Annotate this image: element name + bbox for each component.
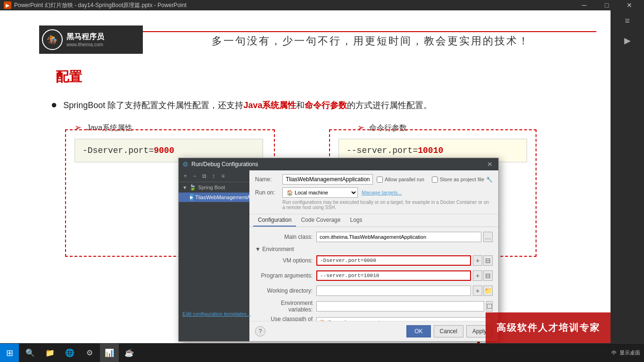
name-input[interactable] <box>282 174 373 185</box>
working-dir-input[interactable] <box>316 286 471 296</box>
sort-config-btn[interactable]: ≡ <box>219 172 227 180</box>
store-file-option: Store as project file 🔧 <box>432 177 493 183</box>
taskbar-ime-icon: 中 <box>611 349 617 356</box>
program-args-label: Program arguments: <box>255 272 316 279</box>
env-vars-label: Environment variables: <box>255 300 316 313</box>
classpath-row: Use classpath of module: 📦 tlias-web-man… <box>255 316 493 321</box>
main-class-btns: … <box>483 232 493 242</box>
environment-toggle[interactable]: ▼ Environment <box>255 246 493 253</box>
java-section-label: ➢ Java系统属性 <box>74 122 132 133</box>
name-label: Name: <box>255 176 279 183</box>
run-debug-dialog: ⚙ Run/Debug Configurations ✕ + − ⧉ ↕ ≡ ▼ <box>178 158 499 342</box>
manage-targets-link[interactable]: Manage targets... <box>362 190 402 195</box>
dialog-right-panel: Name: Allow parallel run Store as projec… <box>249 170 498 341</box>
vm-options-label: VM options: <box>255 257 316 264</box>
classpath-label: Use classpath of module: <box>255 316 316 321</box>
program-args-add-btn[interactable]: + <box>473 270 482 281</box>
parallel-run-option: Allow parallel run <box>377 177 424 183</box>
env-vars-row: Environment variables: ☐ <box>255 300 493 313</box>
taskbar-files[interactable]: 📁 <box>41 344 59 362</box>
working-dir-label: Working directory: <box>255 287 316 294</box>
cancel-button[interactable]: Cancel <box>434 325 463 337</box>
config-item-label: TliasWebManagementA <box>195 194 249 200</box>
vm-options-add-btn[interactable]: + <box>473 255 482 266</box>
taskbar-java[interactable]: ☕ <box>120 344 139 362</box>
env-vars-btns: ☐ <box>486 301 493 311</box>
vm-options-btns: + ⊟ <box>473 255 493 266</box>
remove-config-btn[interactable]: − <box>191 172 198 180</box>
titlebar: ▶ PowerPoint 幻灯片放映 - day14-SpringBoot原理篇… <box>0 0 644 10</box>
window-controls: ─ □ ✕ <box>573 0 640 10</box>
run-on-select[interactable]: 🏠 Local machine <box>282 187 358 198</box>
run-on-row: Run on: 🏠 Local machine Manage targets..… <box>255 187 493 198</box>
working-dir-btns: + 📁 <box>473 286 493 296</box>
dialog-form: Main class: … ▼ Environment VM <box>249 227 498 321</box>
dialog-close-button[interactable]: ✕ <box>485 160 495 169</box>
maximize-btn[interactable]: □ <box>596 0 618 10</box>
window-title: PowerPoint 幻灯片放映 - day14-SpringBoot原理篇.p… <box>14 1 573 9</box>
classpath-select-display: 📦 tlias-web-management ▼ <box>316 317 493 321</box>
bullet-text: ● SpringBoot 除了支持配置文件属性配置，还支持Java系统属性和命令… <box>51 96 596 113</box>
expand-arrow-icon: ▼ <box>182 185 187 190</box>
config-item[interactable]: ▶ TliasWebManagementA <box>179 193 249 202</box>
taskbar-right-icons: 中 显示桌面 <box>611 349 640 356</box>
spring-boot-item[interactable]: ▼ 🍃 Spring Boot <box>179 182 249 193</box>
logo-divider <box>143 31 596 32</box>
right-panel-icon-1[interactable]: ≡ <box>619 12 636 29</box>
add-config-btn[interactable]: + <box>182 172 189 180</box>
minimize-btn[interactable]: ─ <box>573 0 595 10</box>
store-file-checkbox[interactable] <box>432 177 438 183</box>
taskbar-browser[interactable]: 🌐 <box>60 344 79 362</box>
edit-templates-link[interactable]: Edit configuration templates... <box>182 311 249 317</box>
main-class-input[interactable] <box>316 232 481 242</box>
branding-text: 高级软件人才培训专家 <box>496 321 600 334</box>
program-args-row: Program arguments: + ⊟ <box>255 269 493 282</box>
parallel-run-checkbox[interactable] <box>377 177 383 183</box>
dialog-header: Name: Allow parallel run Store as projec… <box>249 170 498 214</box>
taskbar: ⊞ 🔍 📁 🌐 ⚙ 📊 ☕ 中 显示桌面 <box>0 343 644 362</box>
taskbar-powerpoint[interactable]: 📊 <box>100 344 119 362</box>
main-class-browse-btn[interactable]: … <box>483 232 493 242</box>
right-panel-icon-2[interactable]: ▶ <box>619 32 636 49</box>
run-on-hint: Run configurations may be executed local… <box>255 200 493 210</box>
tab-configuration[interactable]: Configuration <box>253 214 296 227</box>
slide-content: 🏇 黑马程序员 www.itheima.com 多一句没有，少一句不行，用更短时… <box>37 21 611 343</box>
spring-boot-icon: 🍃 <box>189 184 196 191</box>
ok-button[interactable]: OK <box>406 325 430 337</box>
dialog-titlebar: ⚙ Run/Debug Configurations ✕ <box>179 158 498 170</box>
left-panel-toolbar: + − ⧉ ↕ ≡ <box>179 170 249 182</box>
move-config-btn[interactable]: ↕ <box>210 172 217 180</box>
program-args-expand-btn[interactable]: ⊟ <box>483 270 493 281</box>
run-on-label: Run on: <box>255 189 279 196</box>
tab-logs[interactable]: Logs <box>345 214 367 227</box>
dialog-left-panel: + − ⧉ ↕ ≡ ▼ 🍃 Spring Boot ▶ TliasWebMana… <box>179 170 249 341</box>
close-btn[interactable]: ✕ <box>619 0 640 10</box>
working-dir-add-btn[interactable]: + <box>473 286 482 296</box>
vm-options-input[interactable] <box>316 255 471 266</box>
taskbar-search[interactable]: 🔍 <box>21 344 40 362</box>
config-item-icon: ▶ <box>190 194 193 201</box>
tab-code-coverage[interactable]: Code Coverage <box>296 214 345 227</box>
taskbar-icons: 🔍 📁 🌐 ⚙ 📊 ☕ <box>19 344 140 362</box>
program-args-btns: + ⊟ <box>473 270 493 281</box>
dialog-body: + − ⧉ ↕ ≡ ▼ 🍃 Spring Boot ▶ TliasWebMana… <box>179 170 498 341</box>
section-title: 配置 <box>56 68 82 86</box>
vm-options-expand-btn[interactable]: ⊟ <box>483 255 493 266</box>
main-class-label: Main class: <box>255 234 316 240</box>
cmd-section-label: ➢ 命令行参数 <box>357 122 407 133</box>
taskbar-display-text: 显示桌面 <box>619 349 640 356</box>
env-vars-input[interactable] <box>316 301 484 311</box>
branding-box: 高级软件人才培训专家 <box>486 312 611 343</box>
name-row: Name: Allow parallel run Store as projec… <box>255 174 493 185</box>
start-button[interactable]: ⊞ <box>0 344 19 362</box>
taskbar-store[interactable]: ⚙ <box>80 344 99 362</box>
working-dir-browse-btn[interactable]: 📁 <box>483 286 493 296</box>
program-args-input[interactable] <box>316 270 471 281</box>
logo-text-block: 黑马程序员 www.itheima.com <box>66 32 104 47</box>
vm-options-row: VM options: + ⊟ <box>255 254 493 267</box>
working-dir-row: Working directory: + 📁 <box>255 285 493 297</box>
dialog-tabs: Configuration Code Coverage Logs <box>249 214 498 227</box>
copy-config-btn[interactable]: ⧉ <box>200 172 208 180</box>
help-button[interactable]: ? <box>255 326 265 337</box>
env-vars-expand-btn[interactable]: ☐ <box>486 301 493 311</box>
